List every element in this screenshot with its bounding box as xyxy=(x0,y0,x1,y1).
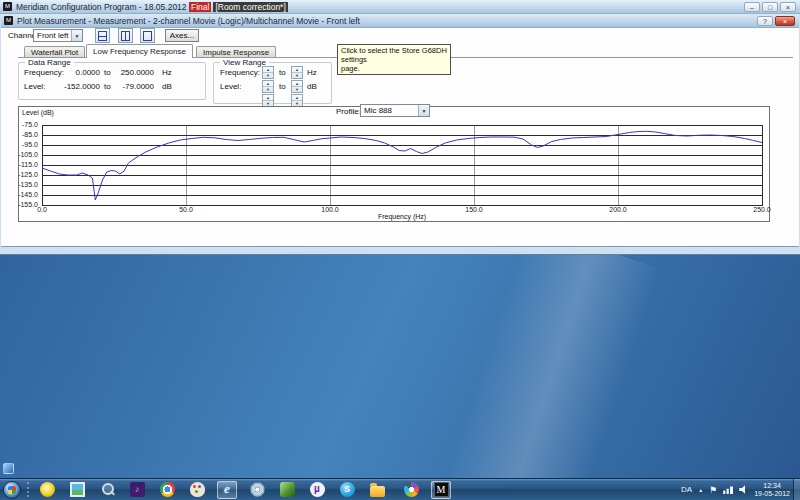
x-tick-label: 250.0 xyxy=(748,206,776,213)
view-level-to-spinner[interactable]: ▲▼ xyxy=(291,80,303,93)
channel-select[interactable]: Front left ▼ xyxy=(33,29,83,42)
tooltip-line2: page. xyxy=(341,64,447,73)
taskbar-internet-explorer-button[interactable]: e xyxy=(217,481,237,499)
data-range-level-to: -79.0000 xyxy=(112,82,154,91)
plot-window-titlebar[interactable]: M Plot Measurement - Measurement - 2-cha… xyxy=(1,14,799,28)
desktop-wallpaper-streak xyxy=(440,225,660,500)
disc-icon xyxy=(250,482,265,497)
x-axis-title: Frequency (Hz) xyxy=(322,213,482,220)
profile-select-value: Mic 888 xyxy=(361,106,418,115)
split-horizontal-button[interactable] xyxy=(95,28,110,43)
view-level-from-spinner[interactable]: ▲▼ xyxy=(262,80,274,93)
taskbar-search-button[interactable] xyxy=(97,481,117,499)
close-button[interactable]: × xyxy=(780,2,796,12)
spin-down-icon[interactable]: ▼ xyxy=(263,87,273,92)
taskbar: ♪ e µ S M DA ▲ ⚑ 12:34 19-05-2012 xyxy=(0,478,800,500)
taskbar-utorrent-button[interactable]: µ xyxy=(307,481,327,499)
x-tick-label: 0.0 xyxy=(28,206,56,213)
show-hidden-icons-chevron[interactable]: ▲ xyxy=(698,487,703,493)
spin-down-icon[interactable]: ▼ xyxy=(263,73,273,78)
taskbar-chrome-button[interactable] xyxy=(157,481,177,499)
main-window-title: Meridian Configuration Program - 18.05.2… xyxy=(16,2,288,12)
chevron-down-icon[interactable]: ▼ xyxy=(418,105,429,116)
magnifier-icon xyxy=(100,482,115,497)
x-tick-label: 150.0 xyxy=(460,206,488,213)
to-label: to xyxy=(104,82,111,91)
title-highlight-final: Final xyxy=(189,2,211,12)
view-frequency-from-spinner[interactable]: ▲▼ xyxy=(262,66,274,79)
start-button[interactable] xyxy=(3,481,21,499)
data-range-level-label: Level: xyxy=(24,82,45,91)
plot-window-title: Plot Measurement - Measurement - 2-chann… xyxy=(17,16,360,26)
to-label: to xyxy=(104,68,111,77)
spin-down-icon[interactable]: ▼ xyxy=(292,87,302,92)
channel-select-value: Front left xyxy=(34,31,71,40)
view-frequency-to-spinner[interactable]: ▲▼ xyxy=(291,66,303,79)
tab-waterfall-plot[interactable]: Waterfall Plot xyxy=(24,46,85,57)
green-app-icon xyxy=(280,482,295,497)
x-axis-tick-labels: 0.050.0100.0150.0200.0250.0 xyxy=(18,106,778,222)
network-icon[interactable] xyxy=(723,485,733,494)
plot-window-close-button[interactable]: × xyxy=(775,16,795,26)
language-indicator[interactable]: DA xyxy=(681,485,692,494)
db-unit-label: dB xyxy=(162,82,172,91)
view-range-frequency-label: Frequency: xyxy=(220,68,260,77)
maximize-button[interactable]: □ xyxy=(762,2,778,12)
split-horizontal-icon xyxy=(98,31,107,41)
minimize-button[interactable]: – xyxy=(744,2,760,12)
picasa-pinwheel-icon xyxy=(404,482,419,497)
show-desktop-button[interactable] xyxy=(793,479,800,500)
spin-down-icon[interactable]: ▼ xyxy=(292,73,302,78)
to-label: to xyxy=(279,68,286,77)
data-range-title: Data Range xyxy=(25,58,74,67)
to-label: to xyxy=(279,82,286,91)
photo-viewer-icon xyxy=(70,482,85,497)
x-tick-label: 200.0 xyxy=(604,206,632,213)
system-tray: DA ▲ ⚑ 12:34 19-05-2012 xyxy=(681,482,800,498)
meridian-configuration-window: M Meridian Configuration Program - 18.05… xyxy=(0,0,800,255)
volume-icon[interactable] xyxy=(739,485,748,494)
internet-explorer-icon: e xyxy=(220,482,235,497)
tab-low-frequency-response[interactable]: Low Frequency Response xyxy=(86,44,193,58)
axes-button[interactable]: Axes... xyxy=(165,29,199,42)
clock-date: 19-05-2012 xyxy=(754,490,790,498)
hz-unit-label: Hz xyxy=(307,68,317,77)
tab-impulse-response[interactable]: Impulse Response xyxy=(196,46,276,57)
main-titlebar[interactable]: M Meridian Configuration Program - 18.05… xyxy=(0,0,800,14)
tooltip-line1: Click to select the Store G68DH settings xyxy=(341,46,447,64)
help-button[interactable]: ? xyxy=(757,16,773,26)
split-vertical-button[interactable] xyxy=(118,28,133,43)
data-range-frequency-to: 250.0000 xyxy=(112,68,154,77)
taskbar-photo-viewer-button[interactable] xyxy=(67,481,87,499)
x-tick-label: 100.0 xyxy=(316,206,344,213)
db-unit-label: dB xyxy=(307,82,317,91)
single-pane-icon xyxy=(143,31,152,41)
view-range-level-label: Level: xyxy=(220,82,241,91)
utorrent-icon: µ xyxy=(310,482,325,497)
action-center-flag-icon[interactable]: ⚑ xyxy=(709,485,717,495)
single-pane-button[interactable] xyxy=(140,28,155,43)
folder-icon xyxy=(370,486,385,497)
taskbar-media-player-button[interactable] xyxy=(277,481,297,499)
taskbar-skype-button[interactable]: S xyxy=(337,481,357,499)
taskbar-paint-button[interactable] xyxy=(187,481,207,499)
profile-select[interactable]: Mic 888 ▼ xyxy=(360,104,430,117)
taskbar-meridian-button[interactable]: M xyxy=(431,481,451,499)
taskbar-explorer-button[interactable] xyxy=(367,481,387,499)
profile-label: Profile: xyxy=(334,107,363,116)
yellow-disc-icon xyxy=(40,482,55,497)
taskbar-disc-burner-button[interactable] xyxy=(247,481,267,499)
x-tick-label: 50.0 xyxy=(172,206,200,213)
taskbar-picasa-button[interactable] xyxy=(401,481,421,499)
clock-time: 12:34 xyxy=(754,482,790,490)
taskbar-media-library-button[interactable]: ♪ xyxy=(127,481,147,499)
data-range-level-from: -152.0000 xyxy=(58,82,100,91)
tooltip: Click to select the Store G68DH settings… xyxy=(337,44,451,75)
clock[interactable]: 12:34 19-05-2012 xyxy=(754,482,790,498)
desktop-shortcut-icon[interactable] xyxy=(3,463,14,474)
meridian-app-icon: M xyxy=(3,2,12,11)
taskbar-grip xyxy=(27,482,30,497)
music-note-icon: ♪ xyxy=(130,482,145,497)
taskbar-yellow-app-button[interactable] xyxy=(37,481,57,499)
chevron-down-icon[interactable]: ▼ xyxy=(71,30,82,41)
